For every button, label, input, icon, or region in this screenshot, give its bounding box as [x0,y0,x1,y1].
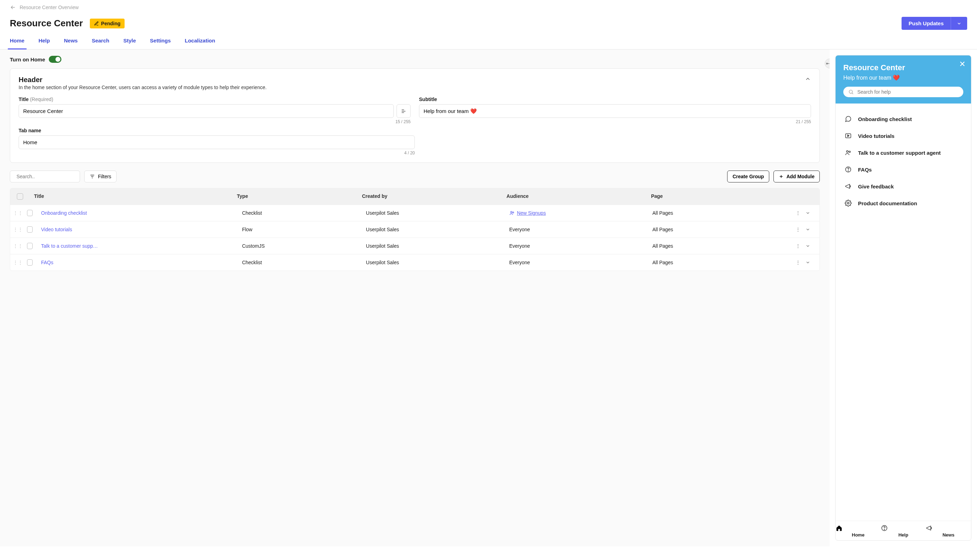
tabname-counter: 4 / 20 [18,150,415,155]
preview-item-label: Talk to a customer support agent [858,150,941,156]
gear-icon [844,199,852,207]
module-title-link[interactable]: Onboarding checklist [41,210,87,216]
status-badge: Pending [90,18,125,28]
preview-item[interactable]: Video tutorials [842,127,965,144]
chat-icon [844,115,852,123]
module-created-by: Userpilot Sales [362,255,505,270]
close-icon[interactable]: ✕ [959,60,965,68]
svg-point-9 [847,202,849,204]
row-menu-icon[interactable]: ⋮ [795,227,800,232]
col-type: Type [233,188,358,205]
table-row: ⋮⋮ FAQs Checklist Userpilot Sales Everyo… [10,254,819,270]
svg-point-6 [849,151,850,152]
drag-handle-icon[interactable]: ⋮⋮ [10,243,23,249]
help-icon [881,525,926,532]
audience-link[interactable]: New Signups [509,210,644,216]
status-badge-label: Pending [101,21,120,26]
title-format-icon[interactable] [397,104,410,118]
col-title: Title [30,188,233,205]
panel-collapse-handle[interactable]: ⇤⇥ [825,58,830,68]
video-icon [844,132,852,140]
table-row: ⋮⋮ Talk to a customer supp… CustomJS Use… [10,238,819,254]
preview-tab-news[interactable]: News [926,521,971,540]
turn-on-home-toggle[interactable] [49,56,62,63]
module-type: CustomJS [238,238,362,254]
tab-settings[interactable]: Settings [150,38,170,49]
svg-point-5 [847,150,848,152]
row-menu-icon[interactable]: ⋮ [795,210,800,216]
module-page: All Pages [648,222,791,237]
tabname-input[interactable] [18,135,415,149]
push-updates-dropdown[interactable] [951,17,967,30]
row-expand-icon[interactable] [805,227,810,232]
preview-subtitle: Help from our team ❤️ [843,74,963,81]
module-title-link[interactable]: Talk to a customer supp… [41,243,98,249]
row-expand-icon[interactable] [805,260,810,265]
row-expand-icon[interactable] [805,210,810,215]
row-menu-icon[interactable]: ⋮ [795,260,800,265]
subtitle-input[interactable] [419,104,811,118]
module-page: All Pages [648,255,791,270]
row-checkbox[interactable] [27,243,33,249]
row-menu-icon[interactable]: ⋮ [795,243,800,249]
svg-point-3 [849,90,852,93]
breadcrumb[interactable]: Resource Center Overview [20,5,78,10]
svg-point-11 [884,530,884,530]
filters-button[interactable]: Filters [84,170,117,182]
module-search[interactable] [10,170,80,182]
table-row: ⋮⋮ Video tutorials Flow Userpilot Sales … [10,221,819,238]
module-title-link[interactable]: FAQs [41,260,53,265]
tab-help[interactable]: Help [38,38,50,49]
preview-item[interactable]: Give feedback [842,178,965,195]
subtitle-counter: 21 / 255 [419,119,811,124]
preview-search[interactable] [843,87,963,97]
tab-style[interactable]: Style [123,38,136,49]
help-icon [844,165,852,174]
module-created-by: Userpilot Sales [362,222,505,237]
preview-item[interactable]: Onboarding checklist [842,110,965,127]
toggle-label: Turn on Home [10,57,45,62]
title-input[interactable] [18,104,394,118]
module-page: All Pages [648,205,791,221]
preview-item-label: Onboarding checklist [858,116,912,122]
tab-search[interactable]: Search [92,38,109,49]
header-card-title: Header [18,76,267,84]
preview-tab-home[interactable]: Home [835,521,881,540]
add-module-button[interactable]: Add Module [774,170,820,182]
preview-tab-help[interactable]: Help [881,521,926,540]
tabname-label: Tab name [18,128,415,133]
subtitle-label: Subtitle [419,97,811,102]
row-checkbox[interactable] [27,226,33,233]
drag-handle-icon[interactable]: ⋮⋮ [10,227,23,232]
col-page: Page [647,188,791,205]
home-icon [835,525,881,532]
add-module-label: Add Module [787,174,815,179]
module-type: Checklist [238,255,362,270]
tab-localization[interactable]: Localization [185,38,215,49]
svg-point-8 [848,171,848,171]
row-expand-icon[interactable] [805,243,810,248]
row-checkbox[interactable] [27,210,33,216]
back-arrow[interactable] [10,4,16,10]
tab-home[interactable]: Home [10,38,25,49]
preview-item[interactable]: Product documentation [842,195,965,212]
tab-news[interactable]: News [64,38,78,49]
preview-item[interactable]: FAQs [842,161,965,178]
module-created-by: Userpilot Sales [362,205,505,221]
drag-handle-icon[interactable]: ⋮⋮ [10,210,23,216]
module-page: All Pages [648,238,791,254]
preview-search-input[interactable] [857,89,959,95]
select-all-checkbox[interactable] [17,193,23,200]
tabs: Home Help News Search Style Settings Loc… [0,31,977,50]
preview-title: Resource Center [843,63,963,72]
preview-item[interactable]: Talk to a customer support agent [842,144,965,161]
preview-item-label: Give feedback [858,183,894,190]
module-title-link[interactable]: Video tutorials [41,227,72,232]
collapse-header-card[interactable] [805,76,811,82]
row-checkbox[interactable] [27,259,33,266]
title-counter: 15 / 255 [18,119,410,124]
drag-handle-icon[interactable]: ⋮⋮ [10,260,23,265]
push-updates-button[interactable]: Push Updates [902,17,951,30]
module-search-input[interactable] [17,174,78,179]
create-group-button[interactable]: Create Group [727,170,769,182]
